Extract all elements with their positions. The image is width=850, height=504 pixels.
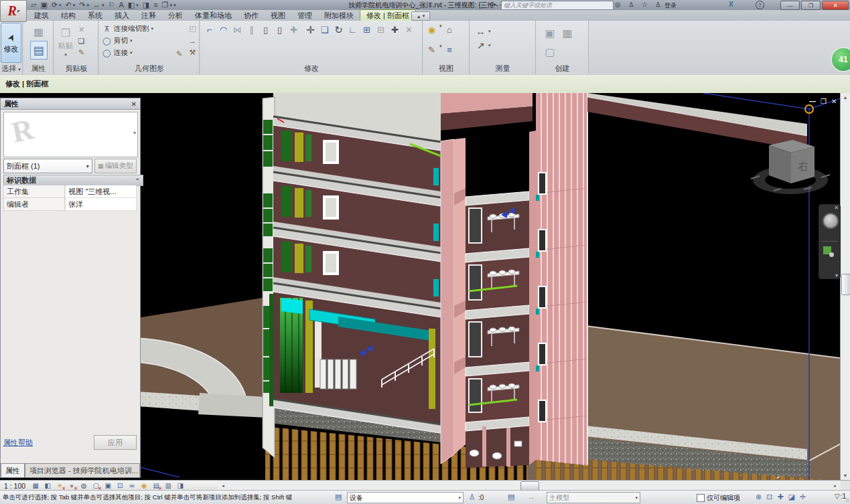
panel-measure-label[interactable]: 测量 bbox=[470, 64, 535, 74]
redo-icon[interactable]: ↷ bbox=[79, 1, 85, 9]
mirror-draw-axis-icon[interactable]: ∥ bbox=[245, 23, 258, 36]
group-collapse-icon[interactable]: ⌃ bbox=[135, 177, 140, 184]
workset-value[interactable]: 视图 "三维视... bbox=[65, 185, 137, 198]
subscription-icon[interactable]: ♙ bbox=[628, 1, 634, 8]
view-dropdown-icon[interactable]: ▾ bbox=[136, 3, 139, 8]
view-restore-icon[interactable]: ❐ bbox=[821, 98, 827, 105]
properties-help-link[interactable]: 属性帮助 bbox=[3, 438, 33, 448]
search-expand-icon[interactable]: ▸ bbox=[494, 1, 496, 7]
beam-offset-icon[interactable]: → bbox=[188, 35, 198, 46]
shadows-icon[interactable]: ●✕ bbox=[67, 481, 76, 490]
tag-icon[interactable]: ⚐ bbox=[109, 1, 115, 9]
analytical-model-icon[interactable]: ▥ bbox=[163, 481, 173, 490]
offset-icon[interactable]: ◠ bbox=[217, 23, 230, 36]
tab-manage[interactable]: 管理 bbox=[291, 10, 318, 21]
family-types-icon[interactable]: ▦ bbox=[31, 24, 46, 39]
editing-requests-icon[interactable]: ♙ bbox=[469, 493, 476, 501]
default-3d-view-icon[interactable]: ◧ bbox=[128, 1, 135, 9]
search-input[interactable]: 键入关键字或短语 bbox=[501, 1, 614, 10]
navbar-close-icon[interactable]: ✕ bbox=[834, 205, 839, 211]
panel-select-label[interactable]: 选择 ▾ bbox=[0, 64, 22, 74]
thin-lines-icon[interactable]: ≡ bbox=[153, 1, 157, 9]
modify-tool-button[interactable]: ➤ 修改 bbox=[1, 23, 21, 63]
render-dialog-icon[interactable]: ◍ bbox=[79, 481, 88, 490]
editable-only-checkbox[interactable] bbox=[697, 494, 705, 502]
customize-qat-icon[interactable]: ▾ bbox=[173, 3, 176, 8]
properties-close-icon[interactable]: ✕ bbox=[131, 100, 137, 108]
type-selector[interactable]: 剖面框 (1) ▾ bbox=[3, 159, 92, 173]
dimension-dropdown2-icon[interactable]: ▾ bbox=[488, 43, 491, 48]
tab-structure[interactable]: 结构 bbox=[55, 10, 82, 21]
tab-addins[interactable]: 附加模块 bbox=[318, 10, 360, 21]
delete-tool-icon[interactable]: ✕ bbox=[403, 23, 415, 36]
vertical-scroll-thumb[interactable] bbox=[841, 274, 850, 295]
measure-dropdown-icon[interactable]: ▾ bbox=[488, 29, 491, 34]
create-similar-icon[interactable]: ▢ bbox=[542, 44, 558, 60]
switch-windows-icon[interactable]: ❐ bbox=[162, 1, 169, 9]
steering-wheel-icon[interactable] bbox=[823, 213, 839, 229]
pin-icon[interactable]: ✚ bbox=[388, 23, 401, 36]
ribbon-collapse-button[interactable]: ▲▾ bbox=[411, 11, 430, 21]
detail-level-icon[interactable]: ▦ bbox=[31, 481, 40, 490]
split-element-icon[interactable]: ▯ bbox=[259, 23, 272, 36]
panel-view-label[interactable]: 视图 bbox=[423, 64, 469, 74]
view-scale-button[interactable]: 1 : 100 bbox=[4, 482, 25, 490]
section-icon[interactable]: ◨ bbox=[143, 1, 149, 9]
trim-corner-icon[interactable]: ∟ bbox=[346, 23, 359, 36]
search-icon[interactable]: ◎ bbox=[615, 1, 621, 8]
sync-dropdown-icon[interactable]: ▾ bbox=[59, 3, 62, 8]
scroll-up-icon[interactable]: ▲ bbox=[841, 93, 849, 102]
split-with-gap-icon[interactable]: ▯ bbox=[273, 23, 286, 36]
override-graphics-brush-icon[interactable]: ✎ bbox=[425, 44, 438, 56]
tab-project-browser[interactable]: 项目浏览器 - 技师学院机电培训... bbox=[25, 463, 140, 477]
cut-joins-button[interactable]: ⊼ 连接端切割 ▾ bbox=[100, 23, 199, 35]
copy-tool-icon[interactable]: ❏ bbox=[318, 23, 331, 36]
cut-geometry-button[interactable]: ◯ 剪切 ▾ bbox=[100, 35, 199, 47]
sun-path-icon[interactable]: ☀✕ bbox=[55, 481, 64, 490]
panel-modify-label[interactable]: 修改 bbox=[201, 64, 422, 74]
sign-in-label[interactable]: 登录 bbox=[664, 1, 677, 10]
help-icon[interactable]: ? bbox=[756, 1, 764, 9]
scroll-left-icon[interactable]: ◂ bbox=[219, 481, 227, 490]
render-icon[interactable]: ⌂ bbox=[443, 23, 456, 36]
measure-icon[interactable]: ↔ bbox=[476, 26, 486, 36]
mirror-pick-axis-icon[interactable]: ⋈ bbox=[231, 23, 244, 36]
unpin-icon[interactable]: ✚ bbox=[287, 23, 300, 36]
rotate-icon[interactable]: ↻ bbox=[332, 23, 345, 36]
panel-properties-label[interactable]: 属性 bbox=[24, 64, 53, 74]
panel-clipboard-label[interactable]: 剪贴板 bbox=[55, 64, 98, 74]
undo-dropdown-icon[interactable]: ▾ bbox=[73, 3, 76, 8]
exchange-apps-icon[interactable]: X bbox=[729, 1, 733, 8]
select-pinned-icon[interactable]: ✚ bbox=[777, 493, 783, 501]
redo-dropdown-icon[interactable]: ▾ bbox=[87, 3, 90, 8]
type-preview-box[interactable]: R ▾ bbox=[3, 112, 138, 157]
aligned-dimension-icon[interactable]: ↗ bbox=[476, 40, 486, 50]
show-crop-region-icon[interactable]: ▣ bbox=[103, 481, 113, 490]
tab-massing-site[interactable]: 体量和场地 bbox=[189, 10, 238, 21]
delete-icon[interactable]: ✕ bbox=[76, 25, 86, 35]
demolish-hammer-icon[interactable]: ⚒ bbox=[188, 48, 198, 58]
copy-icon[interactable]: ❏ bbox=[76, 36, 86, 46]
apply-button[interactable]: 应用 bbox=[94, 435, 137, 450]
temporary-hide-isolate-icon[interactable]: ∞ bbox=[127, 481, 137, 490]
application-menu-button[interactable]: R▾ bbox=[0, 0, 27, 22]
paste-button[interactable]: ❐ 粘贴 ▾ bbox=[55, 22, 76, 62]
close-button[interactable]: ✕ bbox=[822, 1, 849, 10]
scroll-right-icon[interactable]: ▸ bbox=[831, 481, 839, 490]
crop-view-icon[interactable]: ▢✕ bbox=[91, 481, 100, 490]
open-icon[interactable]: ▱ bbox=[31, 1, 36, 9]
minimize-button[interactable]: — bbox=[780, 1, 800, 10]
align-icon[interactable]: ⌐ bbox=[203, 23, 216, 36]
reveal-hidden-elements-icon[interactable]: ◉ bbox=[139, 481, 149, 490]
create-group-icon[interactable]: ▦ bbox=[559, 25, 575, 41]
edited-by-value[interactable]: 张洋 bbox=[65, 198, 137, 211]
communication-badge[interactable]: 41 bbox=[831, 47, 850, 72]
sync-icon[interactable]: ⟳ bbox=[52, 1, 58, 9]
dimension-dropdown-icon[interactable]: ▾ bbox=[102, 3, 104, 8]
array-icon[interactable]: ⊞ bbox=[360, 23, 373, 36]
select-by-face-icon[interactable]: ◪ bbox=[788, 493, 795, 501]
tab-insert[interactable]: 插入 bbox=[109, 10, 135, 21]
sign-in-icon[interactable]: ♙ bbox=[655, 1, 661, 8]
panel-geometry-label[interactable]: 几何图形 bbox=[100, 64, 199, 74]
tab-modify-section-box[interactable]: 修改 | 剖面框 bbox=[360, 9, 416, 21]
